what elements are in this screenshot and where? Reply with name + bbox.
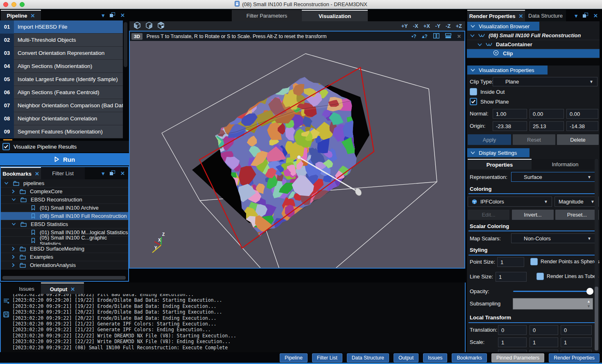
bookmark-item[interactable]: OrientationAnalysis xyxy=(1,261,128,269)
reset-button[interactable]: Reset xyxy=(513,134,555,145)
pipeline-step-06[interactable]: 06Align Sections (Feature Centroid) xyxy=(0,86,123,99)
close-icon[interactable]: ✕ xyxy=(120,12,125,18)
pipeline-step-02[interactable]: 02Multi-Threshold Objects xyxy=(0,34,123,47)
opacity-slider-track[interactable] xyxy=(513,291,590,292)
show-plane-checkbox[interactable] xyxy=(470,98,477,105)
clear-console-icon[interactable] xyxy=(3,298,9,306)
chevron-down-icon[interactable]: ▾ xyxy=(575,13,578,19)
dock-button-pinned-parameters[interactable]: Pinned Parameters xyxy=(491,353,544,362)
split-horizontal-icon[interactable] xyxy=(445,33,451,40)
dock-button-output[interactable]: Output xyxy=(394,353,419,362)
visualization-browser-header[interactable]: Visualization Browser xyxy=(467,22,539,31)
translation-z-field[interactable]: 0 xyxy=(561,325,592,335)
display-settings-header[interactable]: Display Settings xyxy=(467,148,530,157)
camera-cube-yz-icon[interactable] xyxy=(157,22,165,31)
clip-type-dropdown[interactable]: Plane▼ xyxy=(493,77,597,86)
dock-button-bookmarks[interactable]: Bookmarks xyxy=(452,353,487,362)
dock-button-data-structure[interactable]: Data Structure xyxy=(347,353,389,362)
origin-y-field[interactable]: 25.13 xyxy=(530,121,564,131)
chevron-right-icon[interactable] xyxy=(11,255,15,259)
tab-pipeline[interactable]: Pipeline✕ xyxy=(1,10,41,20)
close-icon[interactable]: ✕ xyxy=(30,13,35,19)
color-array-dropdown[interactable]: IPFColors▼ xyxy=(468,197,552,207)
browser-item-pipeline[interactable]: (08) Small IN100 Full Reconstruction xyxy=(467,31,600,40)
scale-x-field[interactable]: 1 xyxy=(498,337,527,347)
bookmarks-hscrollbar[interactable] xyxy=(2,276,126,280)
minimize-window-button[interactable] xyxy=(11,2,16,7)
camera-minusY-button[interactable]: -Y xyxy=(435,23,441,29)
bookmark-item[interactable]: (05) Small IN100 C...graphic Statistics xyxy=(1,237,128,245)
spin-down-icon[interactable]: ▼ xyxy=(587,304,591,308)
point-help-icon[interactable]: •? xyxy=(412,34,416,39)
delete-button[interactable]: Delete xyxy=(557,134,599,145)
subsampling-spinbox[interactable]: ▲ ▼ xyxy=(513,298,593,310)
translation-x-field[interactable]: 0 xyxy=(498,325,527,335)
close-view-icon[interactable]: ✕ xyxy=(457,34,461,39)
chevron-right-icon[interactable] xyxy=(11,189,15,194)
right-panel-scrollbar-thumb[interactable] xyxy=(595,287,598,350)
camera-cube-xy-icon[interactable] xyxy=(134,22,141,31)
float-panel-icon[interactable] xyxy=(110,170,115,176)
bookmark-item[interactable]: EBSD Statistics xyxy=(1,220,128,228)
chevron-right-icon[interactable] xyxy=(11,246,15,251)
tab-issues[interactable]: Issues xyxy=(12,283,41,295)
inside-out-checkbox[interactable] xyxy=(470,88,477,95)
dock-button-filter-list[interactable]: Filter List xyxy=(312,353,342,362)
bookmark-item[interactable]: Examples xyxy=(1,253,128,261)
tab-render-properties[interactable]: Render Properties✕ xyxy=(467,10,525,21)
line-size-field[interactable]: 1 xyxy=(496,272,527,282)
dock-button-issues[interactable]: Issues xyxy=(423,353,448,362)
camera-minusX-button[interactable]: -X xyxy=(413,23,419,29)
dock-button-pipeline[interactable]: Pipeline xyxy=(280,353,308,362)
chevron-down-icon[interactable] xyxy=(11,198,16,201)
bookmark-item[interactable]: EBSD SurfaceMeshing xyxy=(1,245,128,253)
tab-display-properties[interactable]: Properties xyxy=(468,159,532,170)
view-mode-badge[interactable]: 3D xyxy=(131,33,143,40)
bookmark-item[interactable]: pipelines xyxy=(1,179,128,188)
chevron-down-icon[interactable] xyxy=(470,32,475,38)
tab-display-information[interactable]: Information xyxy=(532,159,599,170)
translation-y-field[interactable]: 0 xyxy=(530,325,558,335)
bookmark-item[interactable]: EBSD Reconstruction xyxy=(1,196,128,204)
tab-filter-parameters[interactable]: Filter Parameters xyxy=(232,10,302,21)
edit-colormap-button[interactable]: Edit... xyxy=(468,210,509,220)
close-icon[interactable]: ✕ xyxy=(518,13,523,19)
float-panel-icon[interactable] xyxy=(110,12,115,18)
pipeline-step-01[interactable]: 01Import H5EBSD File xyxy=(0,20,123,34)
tab-filter-list[interactable]: Filter List xyxy=(41,167,85,179)
pipeline-step-03[interactable]: 03Convert Orientation Representation xyxy=(0,47,123,60)
pipeline-step-08[interactable]: 08Neighbor Orientation Correlation xyxy=(0,112,123,125)
browser-item-datacontainer[interactable]: DataContainer xyxy=(467,40,600,49)
chevron-right-icon[interactable] xyxy=(11,263,15,267)
render-lines-tubes-checkbox[interactable] xyxy=(536,273,544,280)
pipeline-step-07[interactable]: 07Neighbor Orientation Comparison (Bad D… xyxy=(0,99,123,112)
eye-icon[interactable] xyxy=(493,50,499,57)
preset-colormap-button[interactable]: Preset... xyxy=(555,210,599,220)
point-size-field[interactable]: 1 xyxy=(497,257,524,267)
tab-visualization[interactable]: Visualization xyxy=(302,10,368,21)
pipeline-step-05[interactable]: 05Isolate Largest Feature (Identify Samp… xyxy=(0,73,123,86)
close-icon[interactable]: ✕ xyxy=(70,286,75,292)
camera-plusZ-button[interactable]: +Z xyxy=(456,23,462,29)
3d-scene[interactable]: ZXY xyxy=(130,41,464,268)
render-points-spheres-checkbox[interactable] xyxy=(530,258,538,265)
close-icon[interactable]: ✕ xyxy=(35,171,39,177)
float-panel-icon[interactable] xyxy=(583,13,588,19)
normal-y-field[interactable]: 0.00 xyxy=(530,109,564,119)
console-log[interactable]: [2023:02:20 09:29:20] [18/22] Fill Bad D… xyxy=(12,294,463,354)
scale-y-field[interactable]: 1 xyxy=(530,337,558,347)
browser-item-clip[interactable]: Clip xyxy=(467,49,600,58)
chevron-down-icon[interactable] xyxy=(478,41,482,47)
normal-x-field[interactable]: 1.00 xyxy=(493,109,527,119)
chevron-down-icon[interactable] xyxy=(4,181,9,185)
bookmark-item[interactable]: (08) Small IN100 Full Reconstruction xyxy=(1,212,128,220)
tab-output[interactable]: Output✕ xyxy=(41,283,84,295)
pipeline-step-04[interactable]: 04Align Sections (Misorientation) xyxy=(0,60,123,73)
dock-button-render-properties[interactable]: Render Properties xyxy=(549,353,600,362)
pipeline-scrollbar[interactable] xyxy=(123,20,128,138)
bookmark-item[interactable]: (01) Small IN100 Archive xyxy=(1,204,128,212)
component-dropdown[interactable]: Magnitude▼ xyxy=(554,197,599,207)
camera-plusY-button[interactable]: +Y xyxy=(401,23,408,29)
maximize-window-button[interactable] xyxy=(20,2,25,7)
bookmark-item[interactable]: ComplexCore xyxy=(1,188,128,196)
